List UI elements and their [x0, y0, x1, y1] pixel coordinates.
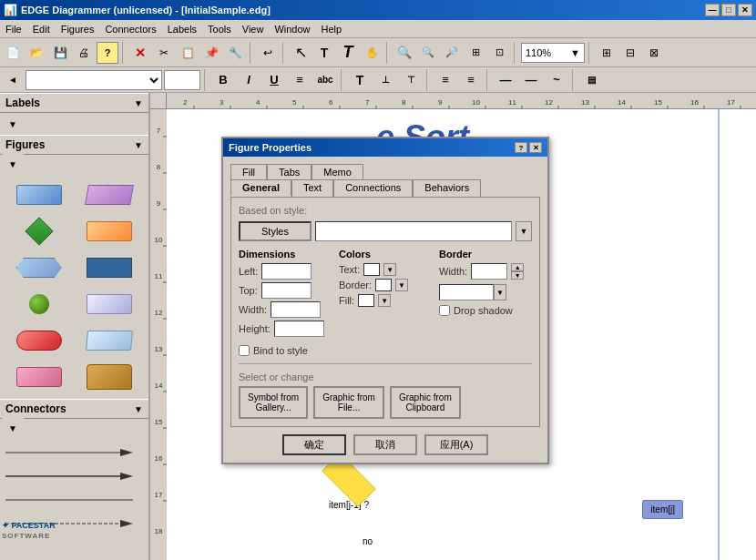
color-text-btn[interactable]: ▼ [383, 263, 396, 276]
zoom-page-btn[interactable]: ⊡ [488, 42, 510, 64]
underline-btn[interactable]: U [262, 70, 286, 90]
connector1-btn[interactable]: — [494, 70, 517, 90]
border-width-input[interactable] [471, 263, 507, 280]
minimize-btn[interactable]: — [705, 4, 720, 16]
hand-btn[interactable]: ✋ [361, 42, 383, 64]
figure-parallelogram[interactable] [77, 178, 144, 211]
color-border-btn[interactable]: ▼ [395, 279, 408, 291]
menu-connectors[interactable]: Connectors [99, 22, 161, 36]
grid-btn[interactable]: ⊞ [596, 42, 618, 64]
menu-window[interactable]: Window [269, 22, 315, 36]
bold-btn[interactable]: B [211, 70, 235, 90]
tab-text[interactable]: Text [291, 179, 333, 197]
cut-btn[interactable]: ✂ [153, 42, 175, 64]
abc-btn[interactable]: abc [313, 70, 337, 90]
canvas[interactable]: e Sort plified chart item[j-1] ? item[j]… [167, 109, 756, 560]
labels-arrow[interactable]: ▼ [134, 98, 143, 108]
extra2-btn[interactable]: ⊠ [643, 42, 665, 64]
drop-shadow-check[interactable] [439, 305, 450, 316]
menu-figures[interactable]: Figures [56, 22, 100, 36]
italic-btn[interactable]: I [237, 70, 261, 90]
figure-pill[interactable] [5, 324, 73, 357]
help-btn[interactable]: ? [97, 42, 118, 64]
tab-behaviors[interactable]: Behaviors [413, 179, 481, 197]
text-icon-btn[interactable]: T [348, 70, 372, 90]
list2-btn[interactable]: ≡ [459, 70, 483, 90]
align-bottom-btn[interactable]: ⊥ [373, 70, 397, 90]
color-text-box[interactable] [363, 263, 380, 276]
select-btn[interactable]: ↖ [290, 42, 312, 64]
text1-btn[interactable]: T [313, 42, 335, 64]
back-btn[interactable]: ◄ [2, 69, 24, 91]
border-style-arrow[interactable]: ▼ [494, 284, 506, 300]
zoom-in-btn[interactable]: 🔍 [393, 42, 415, 64]
save-btn[interactable]: 💾 [49, 42, 71, 64]
special-btn[interactable]: 🔧 [224, 42, 246, 64]
ok-btn[interactable]: 确定 [282, 434, 346, 455]
tab-tabs[interactable]: Tabs [267, 164, 312, 179]
figure-skew-rect[interactable] [77, 324, 144, 357]
tab-connections[interactable]: Connections [333, 179, 413, 197]
menu-edit[interactable]: Edit [27, 22, 56, 36]
close-btn[interactable]: ✕ [738, 4, 752, 16]
style-dropdown-arrow[interactable]: ▼ [516, 221, 532, 241]
dim-top-input[interactable] [261, 282, 312, 299]
menu-labels[interactable]: Labels [162, 22, 202, 36]
maximize-btn[interactable]: □ [721, 4, 736, 16]
border-style-box[interactable] [439, 284, 494, 300]
figure-ball[interactable] [5, 288, 73, 321]
dialog-close-btn[interactable]: ✕ [529, 142, 542, 153]
zoom-fit-btn[interactable]: ⊞ [465, 42, 486, 64]
connector-arrow2[interactable] [5, 466, 143, 486]
border-width-down[interactable]: ▼ [511, 271, 524, 280]
extra-btn[interactable]: ▤ [579, 70, 603, 90]
text2-btn[interactable]: T [337, 42, 359, 64]
list1-btn[interactable]: ≡ [434, 70, 457, 90]
figure-diamond[interactable] [5, 215, 73, 248]
connector-line1[interactable] [5, 490, 143, 510]
figure-rect[interactable] [5, 178, 73, 211]
connector2-btn[interactable]: — [519, 70, 543, 90]
bind-to-style-check[interactable] [239, 345, 250, 356]
styles-btn[interactable]: Styles [239, 221, 312, 241]
figure-light-rect[interactable] [77, 288, 144, 321]
menu-file[interactable]: File [0, 22, 27, 36]
zoom-out-btn[interactable]: 🔎 [441, 42, 463, 64]
new-btn[interactable]: 📄 [2, 42, 24, 64]
menu-help[interactable]: Help [316, 22, 348, 36]
figure-add-btn[interactable]: ▼ [2, 153, 24, 175]
label-add-btn[interactable]: ▼ [2, 113, 24, 135]
connector-add-btn[interactable]: ▼ [2, 417, 24, 439]
menu-tools[interactable]: Tools [202, 22, 237, 36]
figures-arrow[interactable]: ▼ [134, 140, 143, 150]
print-btn[interactable]: 🖨 [73, 42, 95, 64]
graphic-clipboard-btn[interactable]: Graphic from Clipboard [390, 386, 461, 419]
dim-height-input[interactable] [274, 321, 324, 337]
zoom-actual-btn[interactable]: 🔍 [417, 42, 439, 64]
apply-btn[interactable]: 应用(A) [424, 434, 488, 455]
extra1-btn[interactable]: ⊟ [619, 42, 641, 64]
figure-orange-rect[interactable] [77, 215, 144, 248]
tab-fill[interactable]: Fill [230, 164, 267, 179]
menu-view[interactable]: View [237, 22, 270, 36]
color-border-box[interactable] [375, 279, 392, 291]
cancel-btn[interactable]: 取消 [353, 434, 417, 455]
connector3-btn[interactable]: ~ [545, 70, 568, 90]
figure-dark-rect[interactable] [77, 251, 144, 284]
delete-btn[interactable]: ✕ [129, 42, 151, 64]
paste-btn[interactable]: 📌 [200, 42, 222, 64]
copy-btn[interactable]: 📋 [177, 42, 199, 64]
connectors-arrow[interactable]: ▼ [134, 404, 143, 414]
dim-width-input[interactable] [271, 301, 321, 318]
connector-arrow1[interactable] [5, 443, 143, 463]
align-left-btn[interactable]: ≡ [288, 70, 312, 90]
color-fill-box[interactable] [358, 294, 374, 307]
undo-btn[interactable]: ↩ [257, 42, 279, 64]
dim-left-input[interactable] [261, 263, 312, 280]
style-value-box[interactable] [315, 221, 512, 241]
style-select[interactable] [26, 70, 162, 90]
figure-cylinder[interactable] [77, 361, 144, 393]
open-btn[interactable]: 📂 [26, 42, 47, 64]
tab-general[interactable]: General [230, 179, 291, 197]
color-fill-btn[interactable]: ▼ [378, 294, 391, 307]
